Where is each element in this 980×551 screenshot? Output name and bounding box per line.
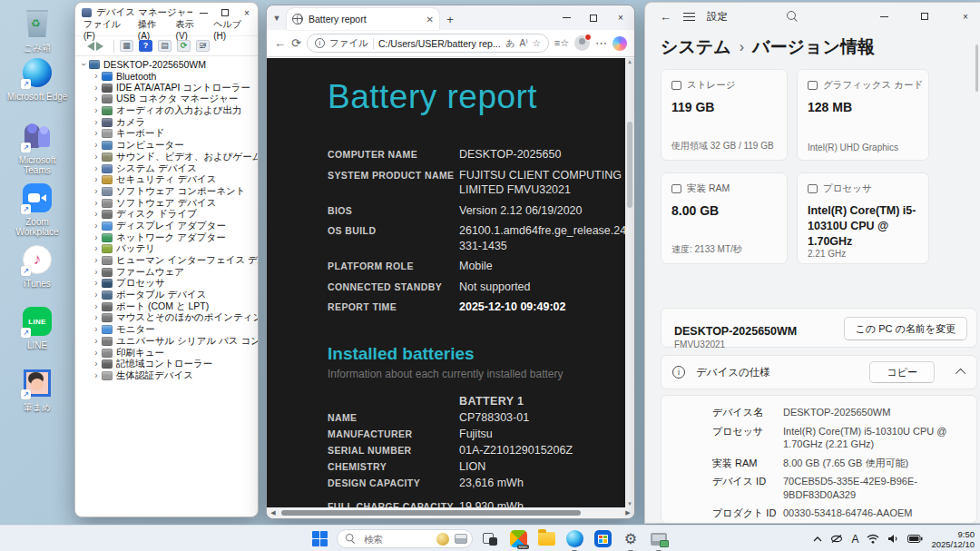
desktop-icon-itunes[interactable]: ♪↗ iTunes	[5, 243, 69, 289]
store-button[interactable]	[592, 528, 613, 550]
rename-pc-button[interactable]: この PC の名前を変更	[844, 317, 967, 340]
expand-chevron-icon[interactable]: ›	[92, 210, 101, 219]
desktop-icon-zoom[interactable]: ↗ Zoom Workplace	[5, 182, 69, 237]
expand-chevron-icon[interactable]: ›	[92, 72, 101, 81]
minimize-button[interactable]	[869, 3, 898, 30]
close-button[interactable]: ×	[607, 5, 634, 30]
tree-item[interactable]: ›ポート (COM と LPT)	[79, 300, 258, 312]
expand-chevron-icon[interactable]: ›	[92, 359, 101, 369]
desktop-icon-fudemame[interactable]: ↗ 筆まめ	[5, 367, 69, 412]
favorites-bar-icon[interactable]: ≡☆	[554, 37, 569, 49]
show-window-icon[interactable]: ▦	[120, 40, 133, 52]
horizontal-scrollbar[interactable]: ◀ ▶	[267, 507, 634, 518]
tree-item[interactable]: ›ソフトウェア コンポーネント	[79, 186, 258, 198]
tree-item[interactable]: ›IDE ATA/ATAPI コントローラー	[79, 82, 258, 93]
expand-chevron-icon[interactable]: ›	[92, 164, 101, 173]
tree-item[interactable]: ›セキュリティ デバイス	[79, 174, 258, 186]
tree-item[interactable]: ›モニター	[79, 324, 258, 336]
tree-item[interactable]: ›ソフトウェア デバイス	[79, 197, 258, 209]
expand-chevron-icon[interactable]: ›	[92, 371, 101, 380]
tree-item[interactable]: ›コンピューター	[79, 140, 258, 152]
start-button[interactable]	[309, 528, 330, 550]
edge-taskbar-button[interactable]	[564, 528, 585, 550]
scroll-up-icon[interactable]: ▲	[627, 59, 632, 64]
tray-clock[interactable]: 9:50 2025/12/10	[931, 529, 975, 549]
minimize-button[interactable]	[553, 5, 580, 30]
hamburger-menu-icon[interactable]	[683, 13, 695, 21]
expand-chevron-icon[interactable]: ›	[92, 244, 101, 253]
tree-item[interactable]: ›プロセッサ	[79, 278, 258, 290]
expand-chevron-icon[interactable]: ›	[92, 302, 101, 311]
expand-chevron-icon[interactable]: ›	[92, 290, 101, 300]
expand-chevron-icon[interactable]: ›	[92, 313, 101, 322]
vertical-scrollbar[interactable]: ▲ ▼	[625, 58, 634, 507]
tree-item[interactable]: ›ファームウェア	[79, 266, 258, 278]
copilot-icon[interactable]	[612, 36, 627, 51]
tree-item[interactable]: ›ヒューマン インターフェイス デバイス	[79, 255, 258, 267]
expand-chevron-icon[interactable]: ›	[92, 129, 101, 138]
tray-chevron-up-icon[interactable]	[813, 536, 822, 542]
breadcrumb-parent[interactable]: システム	[661, 35, 731, 59]
speaker-icon[interactable]	[887, 534, 899, 544]
settings-scrollbar[interactable]	[975, 44, 978, 92]
new-tab-button[interactable]: +	[439, 8, 461, 30]
expand-chevron-icon[interactable]: ›	[92, 94, 101, 103]
collapse-chevron-icon[interactable]: ›	[79, 60, 88, 69]
search-highlight-coin-icon[interactable]	[436, 533, 449, 546]
tree-item[interactable]: ›生体認証デバイス	[79, 370, 258, 382]
search-icon[interactable]	[787, 11, 799, 23]
favorite-star-icon[interactable]: ☆	[533, 38, 541, 48]
desktop-icon-line[interactable]: LINE↗ LINE	[5, 305, 69, 350]
back-icon[interactable]	[83, 42, 94, 51]
tree-item[interactable]: ›ネットワーク アダプター	[79, 231, 258, 243]
back-icon[interactable]: ←	[660, 10, 671, 24]
expand-chevron-icon[interactable]: ›	[92, 349, 101, 358]
tree-item[interactable]: ›オーディオの入力および出力	[79, 105, 258, 117]
menu-help[interactable]: ヘルプ(H)	[213, 18, 250, 41]
ime-mode-indicator[interactable]: A	[851, 533, 858, 546]
file-explorer-button[interactable]	[535, 528, 557, 550]
expand-chevron-icon[interactable]: ›	[92, 106, 101, 115]
expand-chevron-icon[interactable]: ›	[92, 187, 101, 196]
close-button[interactable]: ×	[951, 3, 980, 30]
tree-item[interactable]: ›ディスク ドライブ	[79, 209, 258, 221]
tree-item[interactable]: ›サウンド、ビデオ、およびゲーム コントローラー	[79, 152, 258, 163]
expand-chevron-icon[interactable]: ›	[92, 325, 101, 334]
eye-slash-icon[interactable]	[830, 534, 843, 544]
read-aloud-icon[interactable]: A⁾	[520, 38, 528, 48]
tree-item[interactable]: ›Bluetooth	[79, 71, 258, 83]
task-view-button[interactable]	[479, 528, 501, 550]
monitor-icon[interactable]: 🖳	[196, 40, 210, 52]
expand-chevron-icon[interactable]: ›	[92, 268, 101, 277]
tree-item[interactable]: ›マウスとそのほかのポインティング デバイス	[79, 312, 258, 324]
forward-icon[interactable]	[96, 42, 108, 51]
expand-chevron-icon[interactable]: ›	[92, 256, 101, 265]
tree-item[interactable]: ›ポータブル デバイス	[79, 290, 258, 301]
profile-avatar[interactable]	[574, 35, 590, 51]
tree-item[interactable]: ›印刷キュー	[79, 347, 258, 359]
expand-chevron-icon[interactable]: ›	[92, 118, 101, 127]
scrollbar-thumb[interactable]	[627, 122, 632, 208]
m365-copilot-button[interactable]	[507, 528, 529, 550]
tree-item[interactable]: ›USB コネクタ マネージャー	[79, 93, 258, 105]
page-info-icon[interactable]: i	[315, 38, 325, 48]
help-icon[interactable]: ?	[139, 40, 152, 52]
refresh-icon[interactable]: ⟳	[291, 36, 301, 50]
tree-item[interactable]: ›カメラ	[79, 116, 258, 128]
tree-item[interactable]: ›システム デバイス	[79, 162, 258, 174]
device-spec-header-card[interactable]: i デバイスの仕様 コピー	[661, 355, 977, 389]
tree-item[interactable]: ›記憶域コントローラー	[79, 359, 258, 370]
address-field[interactable]: i ファイル C:/Users/USER/battery rep... あ A⁾…	[307, 34, 549, 53]
scroll-down-icon[interactable]: ▼	[627, 501, 632, 507]
expand-chevron-icon[interactable]: ›	[92, 279, 101, 288]
tree-item[interactable]: ›ディスプレイ アダプター	[79, 221, 258, 232]
tab-battery-report[interactable]: Battery report ✕	[287, 8, 439, 30]
desktop-icon-recycle-bin[interactable]: ごみ箱	[5, 7, 69, 53]
expand-chevron-icon[interactable]: ›	[92, 84, 101, 93]
desktop-icon-teams[interactable]: ↗ Microsoft Teams	[5, 120, 69, 175]
maximize-button[interactable]	[580, 5, 607, 30]
properties-icon[interactable]: ▤	[158, 40, 172, 52]
expand-chevron-icon[interactable]: ›	[92, 153, 101, 162]
more-menu-icon[interactable]: ⋯	[595, 36, 607, 50]
desktop-icon-edge[interactable]: ↗ Microsoft Edge	[5, 56, 69, 102]
